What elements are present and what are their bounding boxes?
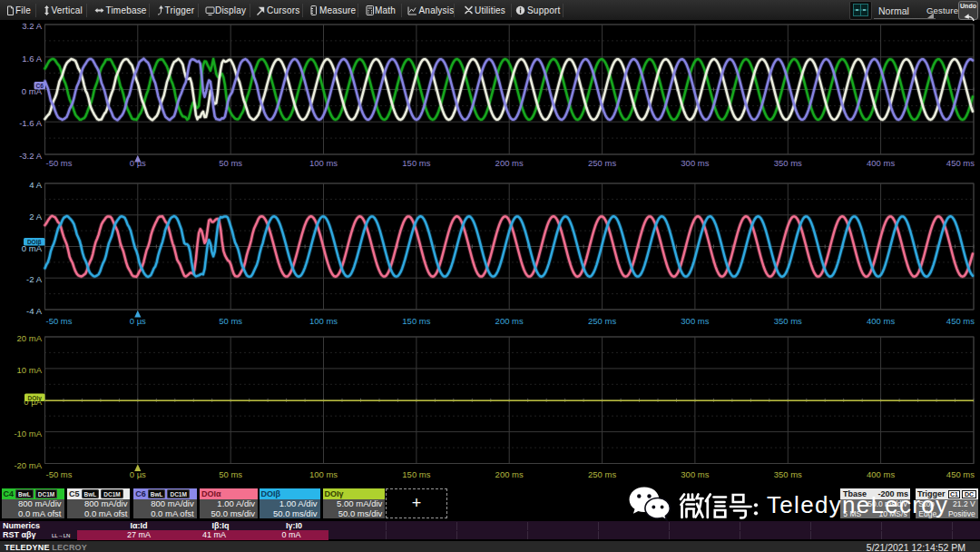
svg-text:450 ms: 450 ms <box>946 316 975 326</box>
svg-text:TeledyneLecroy: TeledyneLecroy <box>767 491 948 518</box>
svg-text:400 ms: 400 ms <box>867 316 895 326</box>
svg-text:300 ms: 300 ms <box>681 158 709 168</box>
svg-text:-1.6 A: -1.6 A <box>19 118 42 128</box>
svg-text:-3.2 A: -3.2 A <box>19 151 42 161</box>
svg-text:-50 ms: -50 ms <box>46 158 73 168</box>
svg-text:150 ms: 150 ms <box>402 469 430 479</box>
svg-text:50 ms: 50 ms <box>219 158 242 168</box>
svg-text:2 A: 2 A <box>29 212 42 222</box>
svg-text:DOIγ: DOIγ <box>28 395 43 402</box>
svg-text:150 ms: 150 ms <box>402 316 430 326</box>
svg-text:100 ms: 100 ms <box>309 469 338 479</box>
svg-text:250 ms: 250 ms <box>588 469 616 479</box>
svg-text:300 ms: 300 ms <box>681 316 709 326</box>
svg-text:4 A: 4 A <box>29 180 42 190</box>
svg-text:200 ms: 200 ms <box>495 316 524 326</box>
svg-text:300 ms: 300 ms <box>681 469 709 479</box>
svg-text:50 ms: 50 ms <box>219 316 242 326</box>
svg-text:400 ms: 400 ms <box>867 158 895 168</box>
svg-text:-50 ms: -50 ms <box>46 469 73 479</box>
svg-text:200 ms: 200 ms <box>495 158 524 168</box>
svg-text:450 ms: 450 ms <box>946 158 975 168</box>
svg-text:C6: C6 <box>36 83 44 89</box>
svg-text:350 ms: 350 ms <box>774 158 802 168</box>
svg-text:200 ms: 200 ms <box>495 469 524 479</box>
svg-text:-20 mA: -20 mA <box>14 460 42 470</box>
svg-text:20 mA: 20 mA <box>17 333 43 343</box>
svg-text:50 ms: 50 ms <box>219 469 242 479</box>
svg-text:450 ms: 450 ms <box>946 469 975 479</box>
svg-text:3.2 A: 3.2 A <box>22 21 42 31</box>
svg-text:-4 A: -4 A <box>26 306 43 316</box>
svg-text:400 ms: 400 ms <box>867 469 895 479</box>
svg-text:-2 A: -2 A <box>26 274 43 284</box>
svg-text:0 µs: 0 µs <box>130 316 146 326</box>
svg-text:150 ms: 150 ms <box>402 158 430 168</box>
svg-text:10 mA: 10 mA <box>17 365 43 375</box>
svg-text:DOIβ: DOIβ <box>27 239 42 246</box>
svg-text:350 ms: 350 ms <box>774 316 802 326</box>
svg-text:250 ms: 250 ms <box>588 316 616 326</box>
svg-text:-10 mA: -10 mA <box>14 429 42 439</box>
svg-text:-50 ms: -50 ms <box>46 316 73 326</box>
svg-text:250 ms: 250 ms <box>588 158 616 168</box>
svg-text:100 ms: 100 ms <box>309 158 338 168</box>
svg-text:1.6 A: 1.6 A <box>22 54 42 64</box>
svg-text:350 ms: 350 ms <box>774 469 802 479</box>
svg-text:100 ms: 100 ms <box>309 316 338 326</box>
